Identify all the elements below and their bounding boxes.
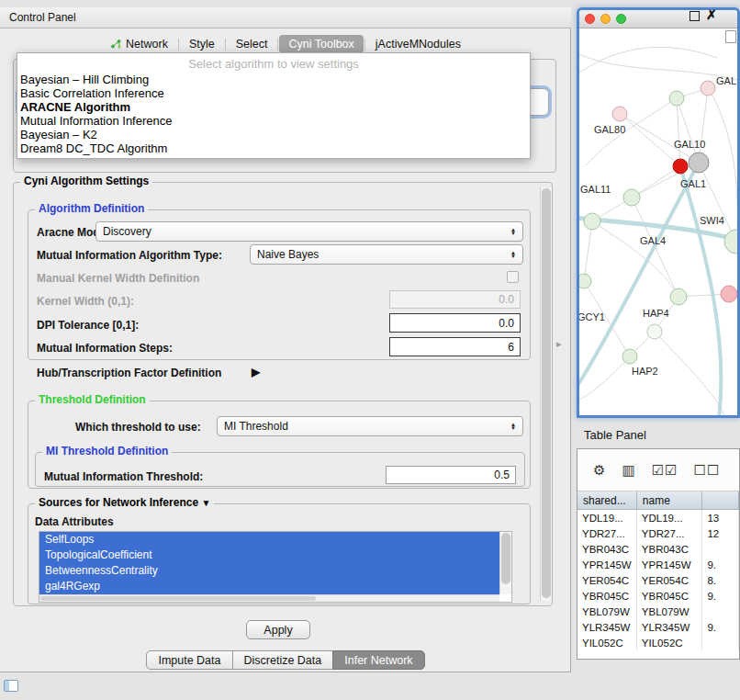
aracne-mode-value: Discovery: [103, 225, 151, 238]
graph-node[interactable]: [622, 349, 637, 364]
close-icon[interactable]: ✗: [706, 7, 717, 22]
mi-type-select[interactable]: Naive Bayes ▲▼: [250, 244, 523, 265]
deselect-all-columns-icon[interactable]: ☐☐: [694, 462, 721, 479]
table-row[interactable]: YBL079WYBL079W: [577, 604, 739, 619]
zoom-traffic-light[interactable]: [616, 14, 626, 24]
table-cell: YER054C: [577, 572, 637, 588]
table-row[interactable]: YER054CYER054C8.: [577, 572, 739, 588]
attribute-item[interactable]: TopologicalCoefficient: [39, 548, 499, 563]
table-cell: YIL052C: [637, 635, 703, 650]
table-row[interactable]: YBR043CYBR043C: [577, 541, 739, 557]
dpi-tolerance-label: DPI Tolerance [0,1]:: [37, 319, 139, 332]
graph-node[interactable]: [721, 286, 737, 302]
network-scroll-corner[interactable]: [725, 30, 736, 43]
graph-node-label: GAL4: [640, 235, 666, 246]
graph-node[interactable]: [669, 91, 684, 106]
algorithm-option[interactable]: Basic Correlation Inference: [17, 86, 530, 100]
columns-icon[interactable]: ▥: [622, 462, 635, 479]
graph-node-label: HAP4: [643, 308, 669, 319]
graph-node[interactable]: [584, 213, 600, 230]
table-row[interactable]: YDR27...YDR27...12: [577, 525, 739, 541]
attribute-item[interactable]: gal4RGexp: [39, 579, 499, 594]
tab-network[interactable]: Network: [101, 35, 177, 53]
control-panel-titlebar[interactable]: Control Panel: [0, 7, 571, 28]
mi-steps-input[interactable]: [389, 337, 521, 356]
gear-icon[interactable]: ⚙: [593, 462, 606, 479]
settings-scrollbar[interactable]: [540, 187, 552, 601]
tab-cyni-toolbox[interactable]: Cyni Toolbox: [279, 35, 363, 53]
graph-node[interactable]: [623, 189, 640, 206]
hub-definition-label[interactable]: Hub/Transcription Factor Definition: [37, 367, 221, 379]
sources-collapse-icon[interactable]: ▼: [201, 498, 210, 508]
algorithm-option[interactable]: Dream8 DC_TDC Algorithm: [17, 141, 530, 155]
tab-jactivemnodules[interactable]: jActiveMNodules: [366, 35, 470, 53]
table-row[interactable]: YBR045CYBR045C9.: [577, 588, 739, 604]
network-canvas[interactable]: GALGAL80GAL10GAL11GAL1SWI4GAL4GCY1HAP4HA…: [579, 28, 737, 415]
table-cell: YDL19...: [637, 510, 703, 525]
graph-node[interactable]: [673, 159, 688, 174]
bottom-tab-infer-network[interactable]: Infer Network: [332, 650, 424, 670]
network-graph: GALGAL80GAL10GAL11GAL1SWI4GAL4GCY1HAP4HA…: [579, 28, 737, 415]
data-attributes-list: SelfLoopsTopologicalCoefficientBetweenne…: [39, 531, 512, 603]
attribute-item[interactable]: BetweennessCentrality: [39, 563, 499, 579]
table-header-cell[interactable]: [702, 491, 739, 509]
algorithm-option[interactable]: Bayesian – Hill Climbing: [17, 73, 530, 86]
bottom-tab-impute-data[interactable]: Impute Data: [146, 650, 232, 670]
float-window-icon[interactable]: [690, 11, 700, 21]
which-threshold-label: Which threshold to use:: [75, 421, 201, 434]
algorithm-option[interactable]: ARACNE Algorithm: [17, 100, 530, 114]
algorithm-option[interactable]: Mutual Information Inference: [17, 114, 530, 128]
table-row[interactable]: YPR145WYPR145W9.: [577, 557, 739, 572]
data-attributes-items: SelfLoopsTopologicalCoefficientBetweenne…: [39, 532, 499, 594]
aracne-mode-select[interactable]: Discovery ▲▼: [95, 221, 523, 242]
table-cell: 8.: [702, 572, 739, 588]
kernel-width-input[interactable]: [389, 290, 521, 309]
table-panel-window: ⚙▥☑☑☐☐ shared...name YDL19...YDL19...13Y…: [577, 448, 740, 660]
table-cell: 13: [702, 510, 739, 525]
close-traffic-light[interactable]: [585, 14, 595, 24]
tab-select[interactable]: Select: [227, 35, 277, 53]
manual-kernel-checkbox[interactable]: [507, 271, 519, 283]
table-cell: YPR145W: [577, 557, 637, 572]
attribute-item[interactable]: SelfLoops: [39, 532, 499, 548]
algorithm-option[interactable]: Bayesian – K2: [17, 128, 530, 141]
table-row[interactable]: YDL19...YDL19...13: [577, 510, 739, 525]
graph-node[interactable]: [612, 107, 627, 121]
docked-window-icon[interactable]: [4, 680, 18, 692]
table-row[interactable]: YLR345WYLR345W9.: [577, 619, 739, 635]
graph-node[interactable]: [579, 274, 591, 288]
graph-node[interactable]: [701, 81, 715, 96]
tab-style[interactable]: Style: [180, 35, 224, 53]
graph-node-label: GAL1: [680, 178, 706, 189]
graph-node[interactable]: [724, 230, 737, 254]
apply-button[interactable]: Apply: [246, 620, 310, 639]
graph-node[interactable]: [670, 288, 687, 305]
settings-scrollbar-thumb[interactable]: [542, 188, 551, 598]
which-threshold-select[interactable]: MI Threshold ▲▼: [217, 416, 523, 436]
table-header-cell[interactable]: name: [637, 491, 703, 509]
bottom-tab-discretize-data[interactable]: Discretize Data: [232, 650, 334, 670]
sources-group-title[interactable]: Sources for Network Inference ▼: [35, 497, 214, 509]
table-header-cell[interactable]: shared...: [577, 491, 637, 509]
graph-node[interactable]: [647, 324, 662, 339]
network-view-window: GALGAL80GAL10GAL11GAL1SWI4GAL4GCY1HAP4HA…: [577, 7, 740, 418]
table-toolbar: ⚙▥☑☑☐☐: [577, 449, 739, 491]
mi-threshold-input[interactable]: [386, 466, 516, 484]
threshold-group-title: Threshold Definition: [35, 394, 150, 406]
table-cell: YBL079W: [577, 604, 637, 619]
attribute-list-hscrollbar[interactable]: [39, 594, 499, 602]
minimize-traffic-light[interactable]: [600, 14, 611, 24]
cyni-settings-group-title: Cyni Algorithm Settings: [20, 175, 152, 187]
hub-collapse-icon[interactable]: ▶: [252, 366, 260, 378]
bottom-tabs: Impute DataDiscretize DataInfer Network: [0, 650, 571, 670]
table-panel-title: Table Panel: [584, 428, 646, 442]
dpi-tolerance-input[interactable]: [389, 313, 521, 333]
table-row[interactable]: YIL052CYIL052C: [577, 635, 739, 650]
combo-arrows-icon: ▲▼: [510, 251, 516, 259]
graph-node[interactable]: [689, 152, 709, 173]
select-all-columns-icon[interactable]: ☑☑: [652, 462, 678, 479]
table-cell: YBR043C: [577, 541, 637, 557]
panel-splitter-arrow[interactable]: ▸: [556, 338, 562, 350]
attribute-list-vscrollbar[interactable]: [499, 532, 511, 594]
table-cell: YLR345W: [577, 619, 637, 635]
